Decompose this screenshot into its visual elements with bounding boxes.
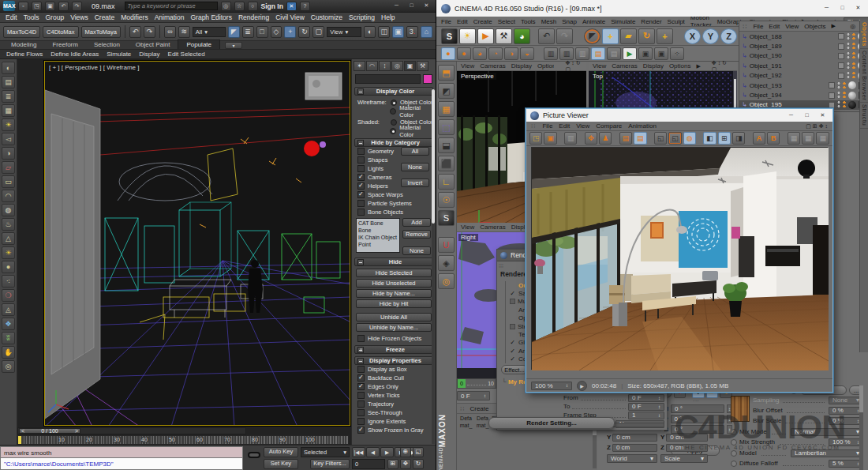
menu-create[interactable]: Create (95, 13, 115, 21)
molecule-icon[interactable]: ❍ (2, 289, 15, 302)
vp-menu-view[interactable]: View (461, 224, 474, 231)
close-button[interactable]: ✕ (421, 2, 432, 10)
layer-icon[interactable] (838, 33, 844, 39)
layer-icon[interactable] (838, 43, 844, 50)
moon-icon[interactable]: ◑ (2, 147, 15, 160)
h-field[interactable]: 0 ° (671, 404, 724, 413)
rollout-hide-by-category[interactable]: Hide by Category (354, 138, 433, 147)
material-item[interactable]: Defa (458, 415, 474, 422)
list-item[interactable]: CAT Bone (358, 220, 398, 227)
list-item[interactable]: Bone (358, 227, 398, 234)
play-sphere-icon[interactable]: ▶ (477, 28, 494, 44)
menu-simulate[interactable]: Simulate (611, 18, 635, 25)
pv-menu-view[interactable]: View (576, 122, 589, 130)
checkbox[interactable] (510, 324, 515, 329)
play-button[interactable]: ▶ (577, 381, 587, 391)
select-by-name-icon[interactable]: ≣ (242, 26, 254, 38)
redo-icon[interactable]: ↷ (72, 2, 82, 11)
om-menu-more-icon[interactable]: ▶ (831, 23, 835, 29)
vertex-ticks-checkbox[interactable]: ✓ (357, 392, 365, 399)
all-button[interactable]: All (401, 147, 429, 156)
hide-frozen-checkbox[interactable]: ✓ (357, 335, 365, 342)
dome-icon[interactable]: ◠ (2, 190, 15, 202)
window-crossing-icon[interactable]: ◇ (271, 26, 282, 38)
object-row[interactable]: ↳Object_192 (739, 71, 868, 81)
menu-graph-editors[interactable]: Graph Editors (190, 13, 231, 21)
pv-menu-compare[interactable]: Compare (596, 122, 622, 130)
camera2-icon[interactable]: ▣ (654, 47, 668, 60)
wireframe-object-color-radio[interactable] (391, 100, 397, 106)
selection-filter-dropdown[interactable]: All▾ (193, 27, 226, 37)
prev-frame-arrow[interactable]: < (21, 428, 24, 434)
viewport-label[interactable]: Perspective (458, 73, 496, 80)
visibility-dots-icon[interactable] (847, 62, 850, 70)
render-picture-viewer-icon[interactable]: ◕ (473, 47, 487, 60)
hand-icon[interactable]: ✋ (2, 346, 15, 359)
menu-render[interactable]: Render (641, 18, 661, 25)
rollout-display-properties[interactable]: Display Properties (354, 356, 433, 365)
grass-icon[interactable]: ʬ (2, 332, 15, 344)
live-selection-icon[interactable]: ◤ (584, 28, 600, 44)
redo-icon[interactable]: ↷ (144, 26, 155, 38)
menu-create[interactable]: Create (473, 18, 492, 25)
light-icon[interactable]: ☀ (2, 118, 15, 131)
timeline-marker[interactable]: 0 (458, 379, 466, 388)
diffuse-falloff-field[interactable]: 5 %↕ (829, 460, 863, 468)
object-row[interactable]: ↳Object_193 (739, 81, 868, 90)
history-book-icon[interactable]: ▤ (619, 132, 632, 145)
ribbon-minimize-icon[interactable]: ▾ (225, 42, 242, 49)
menu-customize[interactable]: Customize (311, 13, 342, 21)
material-tag-icon[interactable] (848, 92, 856, 100)
menu-scripting[interactable]: Scripting (349, 13, 375, 21)
z-field[interactable]: 0 cm (612, 444, 657, 452)
visibility-dots-icon[interactable] (847, 33, 850, 40)
om-menu-objects[interactable]: Objects (804, 23, 825, 30)
shapes-checkbox[interactable]: ✓ (357, 156, 365, 164)
move-tool-icon[interactable]: + (602, 28, 619, 44)
layer-icon[interactable] (838, 73, 844, 79)
menu-tools[interactable]: Tools (24, 13, 39, 21)
history-book2-icon[interactable]: ▤ (634, 132, 646, 145)
define-idle-areas-button[interactable]: Define Idle Areas (51, 51, 99, 58)
frame-active-icon[interactable]: ◱ (668, 132, 681, 145)
vp-menu-cameras[interactable]: Cameras (612, 62, 637, 70)
viewport-solo-icon[interactable]: ☉ (438, 192, 455, 208)
menu-modifiers[interactable]: Modifiers (121, 13, 148, 21)
ribbon-tab-object-paint[interactable]: Object Paint (128, 40, 178, 49)
object-row[interactable]: ↳Object_194 (739, 90, 868, 100)
select-object-icon[interactable]: ◤ (228, 26, 240, 38)
wrench-icon[interactable]: ⚒ (496, 28, 512, 44)
mirror-icon[interactable]: ◫ (378, 26, 390, 38)
y-field[interactable]: 0 cm (612, 434, 657, 442)
vp-menu-options[interactable]: Options (537, 62, 555, 70)
render-view-icon[interactable]: ● (441, 47, 455, 60)
open-folder-icon[interactable]: ◳ (529, 132, 542, 145)
render-region-icon[interactable]: ● (457, 47, 471, 60)
enable-dots-icon[interactable] (852, 52, 855, 59)
points-mode-icon[interactable]: ⬚ (438, 119, 455, 135)
render-team-icon[interactable]: ◔ (488, 47, 503, 60)
display-tab-icon[interactable]: ▣ (404, 61, 416, 71)
ribbon-tab-freeform[interactable]: Freeform (44, 40, 85, 49)
vp-menu-display[interactable]: Display (511, 62, 532, 70)
layer-icon[interactable] (829, 92, 835, 99)
film2-icon[interactable]: ▥ (559, 47, 574, 60)
tab-content-browser[interactable]: Content Browser (860, 49, 868, 103)
lights-checkbox[interactable]: ✓ (357, 165, 365, 172)
close-button[interactable]: ✕ (817, 111, 829, 120)
snap-ring-icon[interactable]: ◎ (438, 273, 455, 289)
select-link-icon[interactable]: ∞ (164, 26, 176, 38)
layer-icon[interactable] (838, 53, 844, 59)
set-b-icon[interactable]: B (767, 132, 780, 145)
display-button[interactable]: Display (139, 51, 159, 58)
sphere-icon[interactable]: ● (2, 261, 15, 273)
see-through-checkbox[interactable]: ✓ (357, 409, 365, 416)
frame-spinner[interactable]: 0 F↕ (457, 391, 490, 400)
exchange-icon[interactable]: ✕ (286, 2, 297, 11)
vp-menu-options[interactable]: Options (669, 62, 691, 70)
align-icon[interactable]: ▣ (392, 26, 404, 38)
compare-ab2-icon[interactable]: ◨ (732, 132, 745, 145)
go-to-start-button[interactable]: |◀◀ (352, 447, 365, 457)
define-flows-button[interactable]: Define Flows (6, 51, 43, 58)
texture-mode-icon[interactable]: ◩ (438, 83, 455, 99)
